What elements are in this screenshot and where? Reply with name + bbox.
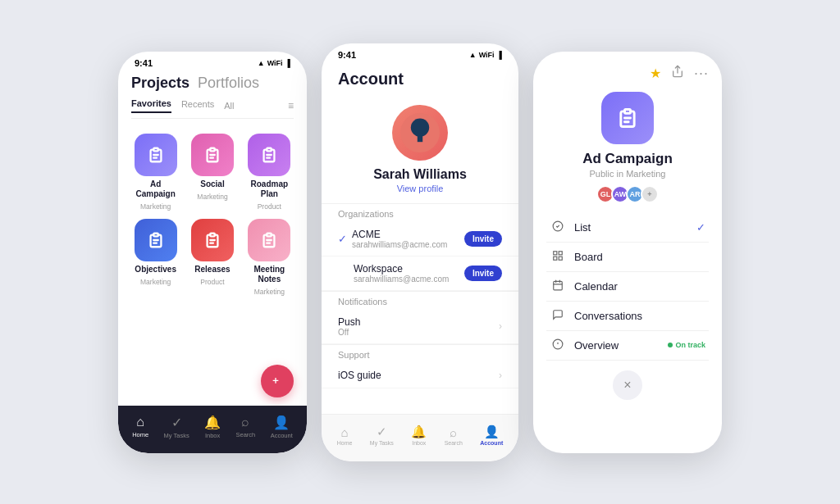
tab-all[interactable]: All <box>224 101 234 111</box>
more-icon[interactable]: ··· <box>694 65 709 82</box>
nav2-search-label: Search <box>445 440 463 446</box>
view-board-row[interactable]: Board <box>546 243 709 272</box>
check-icon-acme: ✓ <box>338 233 347 245</box>
nav-inbox[interactable]: 🔔 Inbox <box>204 415 221 439</box>
project-roadmap[interactable]: Roadmap Plan Product <box>245 134 294 211</box>
project-name-ad: Ad Campaign <box>131 179 180 199</box>
ios-guide-row[interactable]: iOS guide › <box>322 363 518 388</box>
views-list: List ✓ Board Calendar <box>546 213 709 361</box>
close-button[interactable]: × <box>613 370 642 400</box>
project-name-meeting: Meeting Notes <box>245 265 294 284</box>
account-content: Account Sarah Williams View profile Orga… <box>322 63 518 432</box>
nav2-account-icon: 👤 <box>484 425 500 439</box>
nav2-tasks[interactable]: ✓ My Tasks <box>370 425 394 446</box>
nav-tasks[interactable]: ✓ My Tasks <box>164 415 189 439</box>
nav2-inbox[interactable]: 🔔 Inbox <box>411 425 427 446</box>
push-row[interactable]: Push Off › <box>322 310 518 344</box>
wifi-icon-2: WiFi <box>479 51 495 59</box>
clipboard-icon-4 <box>147 231 165 249</box>
bottom-nav-1: ⌂ Home ✓ My Tasks 🔔 Inbox ⌕ Search 👤 Acc… <box>118 406 307 453</box>
project-releases[interactable]: Releases Product <box>188 219 236 296</box>
tab-favorites[interactable]: Favorites <box>131 98 171 113</box>
project-cat-social: Marketing <box>197 193 227 201</box>
board-svg <box>552 250 564 261</box>
nav-inbox-label: Inbox <box>205 432 220 439</box>
campaign-clipboard-icon <box>616 107 639 129</box>
clipboard-icon-2 <box>203 146 221 164</box>
project-objectives[interactable]: Objectives Marketing <box>131 219 180 296</box>
project-cat-ad: Marketing <box>140 202 171 211</box>
org-workspace-email: sarahwilliams@acme.com <box>354 275 464 284</box>
svg-rect-29 <box>554 257 557 260</box>
projects-title: Projects <box>131 75 189 92</box>
project-name-releases: Releases <box>194 265 230 275</box>
account-header: Account <box>322 63 518 98</box>
nav-account[interactable]: 👤 Account <box>271 415 293 439</box>
svg-rect-12 <box>210 233 215 236</box>
user-profile: Sarah Williams View profile <box>322 98 518 203</box>
fab-button[interactable] <box>261 365 294 397</box>
clipboard-icon <box>147 146 165 164</box>
nav2-home-label: Home <box>337 440 353 446</box>
overview-icon <box>550 338 566 352</box>
signal-icon-2: ▲ <box>469 51 477 59</box>
nav2-account[interactable]: 👤 Account <box>480 425 503 446</box>
signal-icon: ▲ <box>258 59 265 67</box>
org-acme-info: ACME sarahwilliams@acme.com <box>352 229 464 249</box>
ios-guide-info: iOS guide <box>338 370 499 381</box>
campaign-icon-wrap: Ad Campaign Public in Marketing GL AW AR… <box>546 92 709 203</box>
user-avatar <box>392 105 448 161</box>
phone-projects: 9:41 ▲ WiFi ▐ Projects Portfolios Favori… <box>118 52 307 453</box>
svg-rect-30 <box>559 257 562 260</box>
notifications-label: Notifications <box>322 292 518 310</box>
status-bar-1: 9:41 ▲ WiFi ▐ <box>118 52 307 71</box>
svg-rect-31 <box>554 281 563 290</box>
on-track-badge: On track <box>668 341 705 349</box>
nav-search[interactable]: ⌕ Search <box>236 415 256 438</box>
view-conversations-row[interactable]: Conversations <box>546 302 709 331</box>
nav-home[interactable]: ⌂ Home <box>132 415 148 438</box>
battery-icon: ▐ <box>285 59 290 67</box>
invite-workspace-button[interactable]: Invite <box>464 266 502 281</box>
invite-acme-button[interactable]: Invite <box>464 231 502 247</box>
list-view-icon[interactable]: ≡ <box>288 100 294 111</box>
avatar-tree-svg <box>400 113 440 152</box>
org-acme-row[interactable]: ✓ ACME sarahwilliams@acme.com Invite <box>322 222 518 257</box>
org-workspace-row[interactable]: Workspace sarahwilliams@acme.com Invite <box>322 257 518 291</box>
share-icon[interactable] <box>671 65 684 81</box>
fab-icon <box>271 375 284 388</box>
nav-account-label: Account <box>271 432 293 439</box>
push-info: Push Off <box>338 316 499 337</box>
clipboard-icon-3 <box>260 146 278 164</box>
view-profile-link[interactable]: View profile <box>397 184 444 193</box>
campaign-avatars: GL AW AR + <box>596 185 659 203</box>
svg-rect-28 <box>559 251 562 254</box>
clipboard-icon-6 <box>260 231 278 249</box>
view-list-row[interactable]: List ✓ <box>546 213 709 243</box>
svg-rect-6 <box>267 148 272 151</box>
project-ad-campaign[interactable]: Ad Campaign Marketing <box>131 134 180 211</box>
nav2-tasks-icon: ✓ <box>377 425 387 439</box>
star-icon[interactable]: ★ <box>650 66 661 81</box>
tab-recents[interactable]: Recents <box>181 99 214 112</box>
push-status: Off <box>338 328 499 337</box>
project-icon-objectives <box>135 219 177 261</box>
project-social[interactable]: Social Marketing <box>188 134 236 211</box>
project-name-social: Social <box>200 179 224 189</box>
overview-label: Overview <box>574 339 668 352</box>
project-meeting-notes[interactable]: Meeting Notes Marketing <box>245 219 294 296</box>
svg-rect-9 <box>153 233 158 236</box>
info-svg <box>552 338 564 350</box>
support-section: Support iOS guide › <box>322 344 518 388</box>
view-calendar-row[interactable]: Calendar <box>546 272 709 302</box>
avatar-more[interactable]: + <box>641 185 659 203</box>
nav2-account-label: Account <box>480 440 503 446</box>
campaign-title: Ad Campaign <box>582 151 673 167</box>
nav2-search-icon: ⌕ <box>450 425 457 439</box>
nav2-home[interactable]: ⌂ Home <box>337 425 353 446</box>
view-overview-row[interactable]: Overview On track <box>546 331 709 361</box>
nav2-search[interactable]: ⌕ Search <box>445 425 463 446</box>
project-cat-roadmap: Product <box>258 202 281 211</box>
status-time-1: 9:41 <box>135 58 153 68</box>
ios-chevron: › <box>499 370 502 381</box>
